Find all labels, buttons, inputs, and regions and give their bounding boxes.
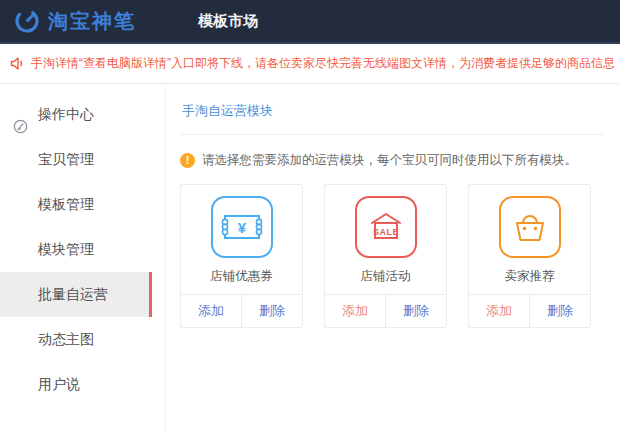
- card-actions: 添加 删除: [469, 294, 590, 327]
- sidebar-item-operation-center[interactable]: 操作中心: [0, 92, 152, 137]
- logo-pen-icon: [14, 8, 40, 34]
- module-card-label: 店铺优惠券: [181, 268, 302, 285]
- sidebar-item-template-manage[interactable]: 模板管理: [0, 182, 152, 227]
- module-card-seller-recommend: 卖家推荐 添加 删除: [468, 184, 591, 328]
- sale-sign-icon: SALE: [355, 196, 417, 258]
- add-button[interactable]: 添加: [181, 295, 242, 327]
- main-content: 手淘自运营模块 ! 请选择您需要添加的运营模块，每个宝贝可同时使用以下所有模块。: [165, 84, 620, 433]
- module-card-shop-activity: SALE 店铺活动 添加 删除: [324, 184, 447, 328]
- notice-text: 请选择您需要添加的运营模块，每个宝贝可同时使用以下所有模块。: [202, 152, 577, 169]
- module-card-list: ¥ 店铺优惠券 添加 删除 SALE 店铺活动: [180, 184, 604, 328]
- shopping-bag-icon: [499, 196, 561, 258]
- add-button[interactable]: 添加: [325, 295, 386, 327]
- operation-center-icon: [13, 107, 28, 122]
- sidebar-item-module-manage[interactable]: 模块管理: [0, 227, 152, 272]
- sidebar-item-dynamic-main-image[interactable]: 动态主图: [0, 317, 152, 362]
- sidebar-item-label: 宝贝管理: [38, 151, 94, 167]
- announcement-text: 手淘详情“查看电脑版详情”入口即将下线，请各位卖家尽快完善无线端图文详情，为消费…: [31, 55, 620, 72]
- sidebar-item-label: 操作中心: [38, 106, 94, 122]
- sidebar-item-label: 模块管理: [38, 241, 94, 257]
- app-header: 淘宝神笔 模板市场: [0, 0, 620, 44]
- sidebar-item-item-manage[interactable]: 宝贝管理: [0, 137, 152, 182]
- module-card-label: 卖家推荐: [469, 268, 590, 285]
- sidebar-item-user-reviews[interactable]: 用户说: [0, 362, 152, 407]
- sidebar-item-batch-self-operation[interactable]: 批量自运营: [0, 272, 152, 317]
- active-indicator: [149, 272, 152, 317]
- sidebar-item-label: 模板管理: [38, 196, 94, 212]
- delete-button[interactable]: 删除: [530, 295, 590, 327]
- megaphone-icon: [10, 56, 25, 71]
- card-actions: 添加 删除: [325, 294, 446, 327]
- svg-text:SALE: SALE: [372, 227, 398, 237]
- card-actions: 添加 删除: [181, 294, 302, 327]
- sidebar: 操作中心 宝贝管理 模板管理 模块管理 批量自运营 动态主图 用户说: [0, 84, 152, 433]
- svg-text:¥: ¥: [237, 219, 246, 236]
- sidebar-item-label: 批量自运营: [38, 286, 108, 302]
- module-card-coupon: ¥ 店铺优惠券 添加 删除: [180, 184, 303, 328]
- notice-row: ! 请选择您需要添加的运营模块，每个宝贝可同时使用以下所有模块。: [180, 152, 604, 169]
- module-card-label: 店铺活动: [325, 268, 446, 285]
- app-logo[interactable]: 淘宝神笔: [14, 8, 136, 35]
- delete-button[interactable]: 删除: [386, 295, 446, 327]
- page-title: 手淘自运营模块: [180, 98, 604, 135]
- add-button[interactable]: 添加: [469, 295, 530, 327]
- nav-template-market[interactable]: 模板市场: [198, 12, 258, 31]
- delete-button[interactable]: 删除: [242, 295, 302, 327]
- logo-text: 淘宝神笔: [48, 8, 136, 35]
- warning-icon: !: [180, 153, 195, 168]
- coupon-icon: ¥: [211, 196, 273, 258]
- sidebar-item-label: 用户说: [38, 376, 80, 392]
- announcement-bar: 手淘详情“查看电脑版详情”入口即将下线，请各位卖家尽快完善无线端图文详情，为消费…: [0, 44, 620, 84]
- sidebar-item-label: 动态主图: [38, 331, 94, 347]
